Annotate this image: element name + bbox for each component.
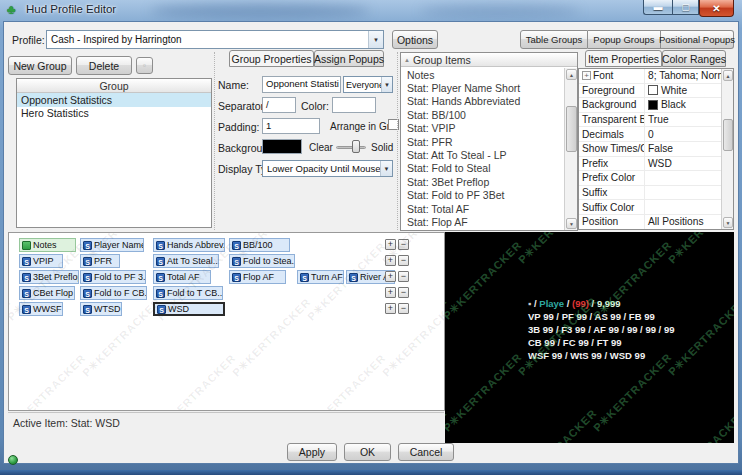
property-value[interactable]: 8; Tahoma; Norma xyxy=(645,70,721,81)
scroll-up-icon[interactable]: ▲ xyxy=(723,70,733,81)
group-items-scrollbar[interactable]: ▲ ▼ xyxy=(564,68,577,230)
cancel-button[interactable]: Cancel xyxy=(398,443,454,461)
group-target-select[interactable]: Everyone B ▼ xyxy=(343,76,393,93)
close-button[interactable]: ✕ xyxy=(699,0,734,17)
opacity-slider-track[interactable] xyxy=(336,146,366,149)
property-value[interactable]: White xyxy=(645,85,721,96)
scroll-up-icon[interactable]: ▲ xyxy=(566,69,577,80)
hud-stat-chip[interactable]: STotal AF xyxy=(153,270,211,284)
group-name-input[interactable]: Opponent Statisti xyxy=(262,76,341,93)
scrollbar-thumb[interactable] xyxy=(723,119,733,151)
scroll-down-icon[interactable]: ▼ xyxy=(566,218,577,229)
row-add-button[interactable]: + xyxy=(385,287,396,298)
table-groups-button[interactable]: Table Groups xyxy=(520,30,588,49)
row-remove-button[interactable]: − xyxy=(398,303,409,314)
hud-stat-chip[interactable]: SFold to Stea... xyxy=(229,254,295,268)
expand-icon[interactable]: + xyxy=(582,71,591,80)
group-item[interactable]: Stat: VPIP xyxy=(401,122,564,135)
hud-stat-chip[interactable]: Notes xyxy=(19,238,76,252)
hud-stat-chip[interactable]: SWWSF xyxy=(19,302,63,316)
scrollbar-thumb[interactable] xyxy=(566,106,577,152)
hud-stat-chip[interactable]: STurn AF xyxy=(297,270,344,284)
tab-group-properties[interactable]: Group Properties xyxy=(229,50,314,67)
title-bar[interactable]: ♣ Hud Profile Editor ▬ ▢ ✕ xyxy=(0,0,742,21)
ok-button[interactable]: OK xyxy=(344,443,391,461)
tab-color-ranges[interactable]: Color Ranges xyxy=(662,50,726,67)
property-row[interactable]: Prefix Color xyxy=(579,171,721,186)
hud-stat-chip[interactable]: SCBet Flop xyxy=(19,286,75,300)
background-color-input[interactable] xyxy=(262,139,302,154)
group-item[interactable]: Stat: Total AF xyxy=(401,202,564,215)
property-value[interactable]: False xyxy=(645,143,721,154)
property-value[interactable]: All Positions xyxy=(645,216,721,227)
group-item[interactable]: Notes xyxy=(401,68,564,81)
property-row[interactable]: Decimals0 xyxy=(579,127,721,142)
property-row[interactable]: +Font8; Tahoma; Norma xyxy=(579,69,721,84)
group-item[interactable]: Stat: Fold to PF 3Bet xyxy=(401,189,564,202)
group-item[interactable]: Stat: BB/100 xyxy=(401,108,564,121)
apply-button[interactable]: Apply xyxy=(287,443,337,461)
property-row[interactable]: Suffix xyxy=(579,186,721,201)
group-row[interactable]: Opponent Statistics xyxy=(17,93,211,107)
group-list-header[interactable]: Group xyxy=(17,79,211,93)
options-button[interactable]: Options xyxy=(392,30,438,49)
property-value[interactable]: True xyxy=(645,114,721,125)
hud-stat-chip[interactable]: SWTSD xyxy=(80,302,122,316)
row-remove-button[interactable]: − xyxy=(398,255,409,266)
tab-item-properties[interactable]: Item Properties xyxy=(585,50,662,67)
profile-select[interactable]: Cash - Inspired by Harrington ▼ xyxy=(46,30,384,49)
group-row[interactable]: Hero Statistics xyxy=(17,107,211,121)
group-item[interactable]: Stat: Att To Steal - LP xyxy=(401,148,564,161)
minimize-button[interactable]: ▬ xyxy=(643,0,672,15)
separator-color-input[interactable] xyxy=(332,97,376,113)
hud-stat-chip[interactable]: SVPIP xyxy=(19,254,63,268)
new-group-button[interactable]: New Group xyxy=(8,56,72,75)
hud-stat-chip[interactable]: SFlop AF xyxy=(229,270,286,284)
property-row[interactable]: ForegroundWhite xyxy=(579,84,721,99)
property-row[interactable]: BackgroundBlack xyxy=(579,98,721,113)
popup-groups-button[interactable]: Popup Groups xyxy=(588,30,661,49)
group-item[interactable]: Stat: PFR xyxy=(401,135,564,148)
group-move-button[interactable]: ▫ xyxy=(136,57,153,74)
group-item[interactable]: Stat: Flop AF xyxy=(401,215,564,228)
positional-popups-button[interactable]: Positional Popups xyxy=(661,30,734,49)
hud-stat-chip[interactable]: SFold to PF 3... xyxy=(80,270,146,284)
hud-stat-chip[interactable]: SFold to T CB... xyxy=(153,286,223,300)
panel-splitter[interactable] xyxy=(214,52,215,230)
group-items-header[interactable]: ▲ Group Items xyxy=(401,53,577,67)
hud-stat-chip[interactable]: SAtt To Steal... xyxy=(153,254,219,268)
display-type-select[interactable]: Lower Opacity Until Mouse Ov ▼ xyxy=(262,160,393,177)
row-add-button[interactable]: + xyxy=(385,255,396,266)
opacity-slider-handle[interactable] xyxy=(352,140,360,153)
property-value[interactable]: 0 xyxy=(645,129,721,140)
item-properties-scrollbar[interactable]: ▲ ▼ xyxy=(721,69,733,229)
property-value[interactable]: Black xyxy=(645,99,721,110)
property-row[interactable]: Suffix Color xyxy=(579,200,721,215)
hud-stat-chip[interactable]: SBB/100 xyxy=(229,238,290,252)
hud-stat-chip[interactable]: SPlayer Name ... xyxy=(80,238,144,252)
hud-stat-chip[interactable]: S3Bet Preflop xyxy=(19,270,79,284)
row-add-button[interactable]: + xyxy=(385,239,396,250)
property-row[interactable]: Show Times/OppoFalse xyxy=(579,142,721,157)
row-remove-button[interactable]: − xyxy=(398,287,409,298)
property-value[interactable]: WSD xyxy=(645,158,721,169)
separator-input[interactable]: / xyxy=(262,97,296,113)
property-row[interactable]: PrefixWSD xyxy=(579,157,721,172)
group-item[interactable]: Stat: Fold to Steal xyxy=(401,162,564,175)
group-item[interactable]: Stat: Hands Abbreviated xyxy=(401,95,564,108)
delete-group-button[interactable]: Delete xyxy=(76,56,132,75)
group-item[interactable]: Stat: 3Bet Preflop xyxy=(401,175,564,188)
hud-stat-chip[interactable]: SHands Abbrev... xyxy=(153,238,225,252)
row-add-button[interactable]: + xyxy=(385,271,396,282)
maximize-button[interactable]: ▢ xyxy=(672,0,699,15)
property-row[interactable]: Transparent BackgTrue xyxy=(579,113,721,128)
group-item[interactable]: Stat: Player Name Short xyxy=(401,81,564,94)
help-icon[interactable] xyxy=(8,455,18,465)
tab-assign-popups[interactable]: Assign Popups xyxy=(314,50,384,67)
row-add-button[interactable]: + xyxy=(385,303,396,314)
property-row[interactable]: PositionAll Positions xyxy=(579,215,721,229)
row-remove-button[interactable]: − xyxy=(398,239,409,250)
hud-stat-chip[interactable]: SFold to F CB... xyxy=(80,286,147,300)
panel-splitter[interactable] xyxy=(397,52,398,230)
scroll-down-icon[interactable]: ▼ xyxy=(723,217,733,228)
